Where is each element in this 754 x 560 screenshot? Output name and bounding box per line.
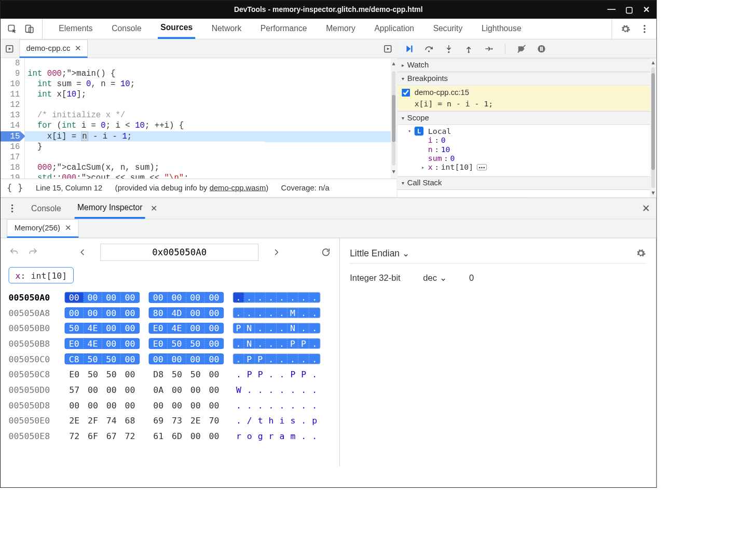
navigator-toggle-icon[interactable] xyxy=(4,43,15,54)
settings-icon[interactable] xyxy=(620,23,631,34)
tab-lighthouse[interactable]: Lighthouse xyxy=(479,19,524,39)
drawer-tab-console[interactable]: Console xyxy=(29,198,64,218)
window-title: DevTools - memory-inspector.glitch.me/de… xyxy=(234,5,423,13)
tab-application[interactable]: Application xyxy=(372,19,417,39)
devtools-panel-tabs: ElementsConsoleSourcesNetworkPerformance… xyxy=(1,19,656,39)
hex-row[interactable]: 005050E02E2F746869732E70./this.p xyxy=(9,413,332,428)
hex-row[interactable]: 005050D80000000000000000........ xyxy=(9,398,332,413)
hex-table[interactable]: 005050A00000000000000000........005050A8… xyxy=(9,290,332,443)
svg-point-12 xyxy=(491,48,492,49)
breakpoints-section-header[interactable]: Breakpoints xyxy=(397,72,656,85)
hex-row[interactable]: 005050A800000000804D0000.....M.. xyxy=(9,305,332,321)
step-icon[interactable] xyxy=(483,43,494,54)
reveal-in-memory-icon[interactable]: ▪▪▪ xyxy=(477,164,487,170)
editor-status-bar: { } Line 15, Column 12 (provided via deb… xyxy=(1,179,397,197)
hex-row[interactable]: 005050C0C850500000000000.PP..... xyxy=(9,351,332,367)
maximize-button[interactable]: ▢ xyxy=(625,5,633,15)
tab-elements[interactable]: Elements xyxy=(56,19,95,39)
step-into-icon[interactable] xyxy=(443,43,454,54)
refresh-icon[interactable] xyxy=(321,247,332,258)
step-over-icon[interactable] xyxy=(423,43,434,54)
breakpoint-code: x[i] = n - i - 1; xyxy=(415,99,652,108)
address-input[interactable] xyxy=(100,243,258,261)
source-editor-column: demo-cpp.cc ✕ 891011121314151617181920 i… xyxy=(1,39,397,197)
breakpoint-checkbox[interactable] xyxy=(402,89,410,97)
scope-section-header[interactable]: Scope xyxy=(397,111,656,125)
run-snippet-icon[interactable] xyxy=(382,43,393,54)
close-button[interactable]: ✕ xyxy=(643,5,650,15)
chevron-down-icon: ⌄ xyxy=(440,273,447,282)
minimize-button[interactable]: — xyxy=(608,5,616,15)
prev-page-icon[interactable] xyxy=(77,247,88,258)
hex-row[interactable]: 005050B8E04E0000E0505000.N...PP. xyxy=(9,336,332,351)
close-icon[interactable]: ✕ xyxy=(150,203,157,213)
memory-value-panel: Little Endian ⌄ Integer 32-bit dec ⌄ 0 xyxy=(340,238,656,467)
tab-console[interactable]: Console xyxy=(109,19,144,39)
svg-rect-15 xyxy=(540,47,541,51)
close-icon[interactable]: ✕ xyxy=(65,223,71,233)
editor-scrollbar[interactable]: ▲▼ xyxy=(391,58,397,179)
window-controls: — ▢ ✕ xyxy=(608,5,650,15)
inspect-element-icon[interactable] xyxy=(7,23,18,34)
window-titlebar: DevTools - memory-inspector.glitch.me/de… xyxy=(1,1,656,19)
file-tab-demo-cpp[interactable]: demo-cpp.cc ✕ xyxy=(19,39,88,58)
sources-panel: demo-cpp.cc ✕ 891011121314151617181920 i… xyxy=(1,39,656,198)
debugger-toolbar xyxy=(397,39,656,59)
debug-info-source: (provided via debug info by demo-cpp.was… xyxy=(115,184,268,193)
watch-section-header[interactable]: Watch xyxy=(397,58,656,72)
interpretation-label: Integer 32-bit xyxy=(350,273,401,283)
hex-row[interactable]: 005050C8E0505000D8505000.PP..PP. xyxy=(9,366,332,382)
scope-var-i[interactable]: i: 0 xyxy=(420,135,650,144)
endianness-select[interactable]: Little Endian ⌄ xyxy=(350,248,410,258)
scope-var-sum[interactable]: sum: 0 xyxy=(420,154,650,162)
device-toolbar-icon[interactable] xyxy=(24,23,35,34)
decoded-value: 0 xyxy=(469,273,474,283)
callstack-section-header[interactable]: Call Stack xyxy=(397,176,656,190)
sidebar-scrollbar[interactable]: ▲▼ xyxy=(650,58,656,197)
representation-select[interactable]: dec ⌄ xyxy=(423,272,446,283)
memory-tab[interactable]: Memory(256) ✕ xyxy=(7,219,79,238)
breakpoint-row[interactable]: demo-cpp.cc:15 x[i] = n - i - 1; xyxy=(397,86,656,112)
deactivate-breakpoints-icon[interactable] xyxy=(516,43,527,54)
svg-rect-8 xyxy=(411,45,412,52)
svg-marker-4 xyxy=(9,47,11,50)
hex-row[interactable]: 005050A00000000000000000........ xyxy=(9,290,332,305)
drawer-tab-memory-inspector[interactable]: Memory Inspector xyxy=(75,198,145,218)
pretty-print-icon[interactable]: { } xyxy=(7,183,23,194)
memory-inspector: x: int[10] 005050A00000000000000000.....… xyxy=(1,238,656,467)
resume-icon[interactable] xyxy=(404,43,415,54)
tab-network[interactable]: Network xyxy=(209,19,244,39)
step-out-icon[interactable] xyxy=(463,43,474,54)
wasm-link[interactable]: demo-cpp.wasm xyxy=(210,184,266,193)
debugger-sidebar: Watch Breakpoints demo-cpp.cc:15 x[i] = … xyxy=(397,39,656,197)
hex-row[interactable]: 005050B0504E0000E04E0000PN...N.. xyxy=(9,321,332,336)
scope-var-n[interactable]: n: 10 xyxy=(420,145,650,154)
memory-hex-view: x: int[10] 005050A00000000000000000.....… xyxy=(1,238,340,467)
redo-icon[interactable] xyxy=(28,247,38,258)
hex-row[interactable]: 005050D0570000000A000000W....... xyxy=(9,382,332,398)
next-page-icon[interactable] xyxy=(271,247,282,258)
tab-sources[interactable]: Sources xyxy=(158,19,195,39)
code-editor[interactable]: 891011121314151617181920 int 000;">main(… xyxy=(1,58,397,179)
undo-icon[interactable] xyxy=(9,247,20,258)
hex-row[interactable]: 005050E8726F6772616D0000rogram.. xyxy=(9,428,332,444)
drawer-more-icon[interactable] xyxy=(7,203,18,214)
object-chip[interactable]: x: int[10] xyxy=(9,267,74,283)
tab-memory[interactable]: Memory xyxy=(323,19,358,39)
tab-security[interactable]: Security xyxy=(430,19,465,39)
scope-var-x[interactable]: ▸x: int[10]▪▪▪ xyxy=(420,163,650,172)
value-settings-icon[interactable] xyxy=(636,248,647,258)
svg-marker-6 xyxy=(387,47,390,50)
close-drawer-icon[interactable]: ✕ xyxy=(642,202,650,214)
svg-marker-7 xyxy=(406,45,410,52)
pause-on-exceptions-icon[interactable] xyxy=(536,43,547,54)
scope-local-row[interactable]: ▾LLocal xyxy=(406,127,650,135)
cursor-position: Line 15, Column 12 xyxy=(36,184,102,193)
tab-performance[interactable]: Performance xyxy=(258,19,310,39)
file-tabbar: demo-cpp.cc ✕ xyxy=(1,39,397,59)
svg-rect-1 xyxy=(25,25,31,32)
memory-tab-label: Memory(256) xyxy=(15,224,60,233)
breakpoint-label: demo-cpp.cc:15 xyxy=(415,88,469,97)
more-menu-icon[interactable] xyxy=(639,23,650,34)
close-icon[interactable]: ✕ xyxy=(75,44,81,53)
